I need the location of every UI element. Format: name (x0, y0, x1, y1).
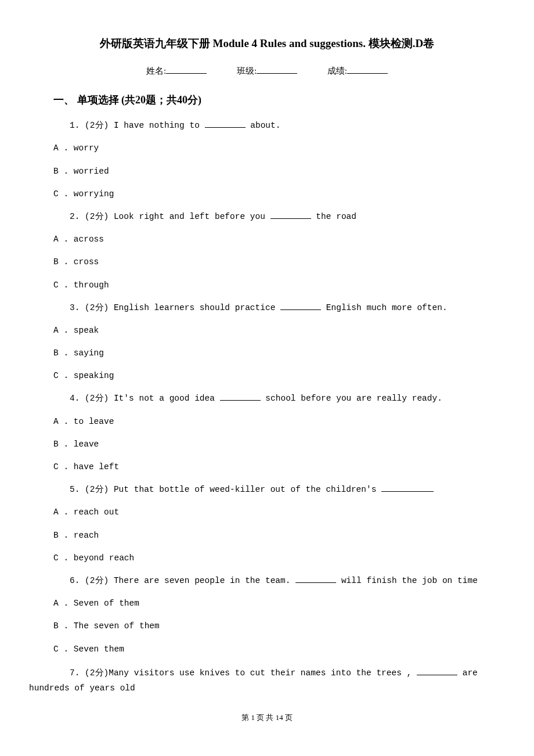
section-number: 一、 (53, 94, 74, 106)
option-a: A . speak (29, 324, 505, 337)
option-c: C . beyond reach (29, 552, 505, 565)
answer-blank (205, 127, 246, 128)
name-label: 姓名: (146, 64, 166, 78)
question-number: 7. (70, 668, 80, 678)
question-text-after: will finish the job on time (336, 576, 478, 585)
question-number: 1. (70, 121, 80, 130)
option-c: C . speaking (29, 369, 505, 383)
option-a: A . to leave (29, 415, 505, 429)
score-label: 成绩: (327, 64, 347, 78)
answer-blank (381, 491, 434, 492)
question-stem: 7. (2分)Many visitors use knives to cut t… (29, 665, 505, 696)
option-a: A . across (29, 233, 505, 246)
score-blank (347, 73, 388, 74)
option-b: B . cross (29, 255, 505, 269)
question-text-before: Put that bottle of weed-killer out of th… (114, 485, 381, 494)
name-blank (166, 73, 207, 74)
option-c: C . through (29, 279, 505, 292)
question-text-after: the road (311, 212, 356, 221)
answer-blank (417, 675, 457, 675)
option-b: B . worried (29, 165, 505, 178)
question-stem: 4. (2分) It's not a good idea school befo… (29, 392, 505, 405)
question-points: (2分) (85, 212, 109, 221)
option-a: A . Seven of them (29, 597, 505, 610)
question-text-before: It's not a good idea (114, 394, 220, 403)
question-number: 6. (70, 576, 80, 585)
option-a: A . reach out (29, 506, 505, 519)
option-b: B . leave (29, 438, 505, 451)
question-number: 3. (70, 303, 80, 312)
question-stem: 3. (2分) English learners should practice… (29, 301, 505, 315)
option-b: B . The seven of them (29, 620, 505, 633)
section-header: 一、 单项选择 (共20题；共40分) (29, 92, 505, 109)
question-stem: 2. (2分) Look right and left before you t… (29, 210, 505, 224)
question-stem: 1. (2分) I have nothing to about. (29, 119, 505, 132)
question-text-after: school before you are really ready. (261, 394, 442, 403)
question-stem: 6. (2分) There are seven people in the te… (29, 574, 505, 588)
question-text-before: English learners should practice (114, 303, 280, 312)
class-label: 班级: (237, 64, 257, 78)
question-points: (2分) (85, 303, 109, 312)
document-title: 外研版英语九年级下册 Module 4 Rules and suggestion… (29, 35, 505, 52)
question-stem: 5. (2分) Put that bottle of weed-killer o… (29, 483, 505, 496)
option-b: B . reach (29, 529, 505, 542)
question-text-after: English much more often. (321, 303, 448, 312)
question-points: (2分) (85, 668, 109, 678)
question-text-before: Look right and left before you (114, 212, 270, 221)
question-number: 5. (70, 485, 80, 494)
student-info-row: 姓名: 班级: 成绩: (29, 64, 505, 78)
question-points: (2分) (85, 576, 109, 585)
question-number: 4. (70, 394, 80, 403)
page-footer: 第 1 页 共 14 页 (29, 712, 505, 724)
answer-blank (295, 582, 336, 583)
option-a: A . worry (29, 142, 505, 155)
question-text-before: There are seven people in the team. (114, 576, 295, 585)
question-points: (2分) (85, 394, 109, 403)
answer-blank (280, 309, 321, 310)
answer-blank (270, 218, 311, 219)
option-c: C . have left (29, 460, 505, 474)
question-points: (2分) (85, 485, 109, 494)
question-points: (2分) (85, 121, 109, 130)
question-text-after: about. (246, 121, 281, 130)
class-blank (257, 73, 297, 74)
option-b: B . saying (29, 347, 505, 360)
option-c: C . worrying (29, 188, 505, 201)
option-c: C . Seven them (29, 643, 505, 656)
question-number: 2. (70, 212, 80, 221)
question-text-before: Many visitors use knives to cut their na… (109, 668, 417, 678)
answer-blank (220, 400, 261, 401)
question-text-before: I have nothing to (114, 121, 205, 130)
section-title: 单项选择 (共20题；共40分) (77, 94, 202, 106)
